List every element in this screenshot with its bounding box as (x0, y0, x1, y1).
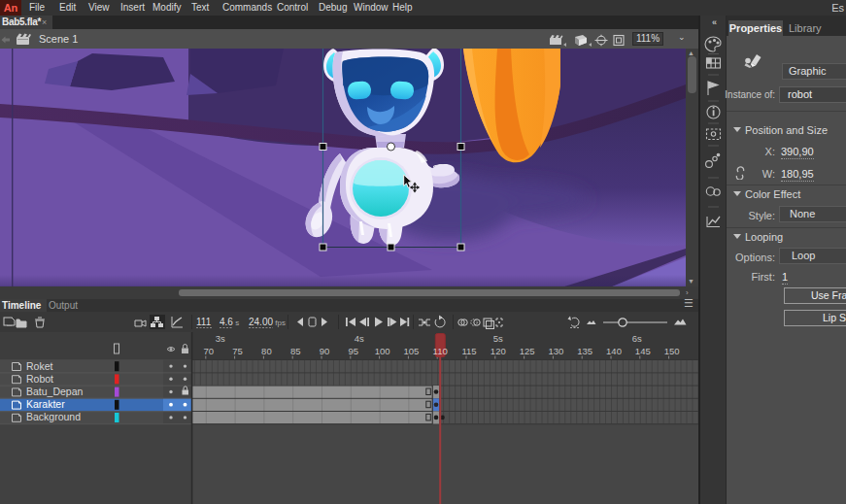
svg-text:150: 150 (664, 346, 680, 356)
svg-text:Background: Background (26, 411, 81, 422)
svg-text:Karakter: Karakter (26, 398, 65, 410)
svg-text:4.6 s: 4.6 s (220, 317, 239, 327)
svg-text:110: 110 (433, 346, 448, 356)
svg-text:6s: 6s (632, 333, 642, 344)
svg-text:140: 140 (606, 346, 622, 356)
svg-text:4s: 4s (355, 333, 364, 344)
svg-text:«: « (712, 17, 717, 27)
svg-text:80: 80 (261, 346, 272, 356)
svg-text:95: 95 (349, 346, 359, 356)
svg-text:145: 145 (635, 346, 651, 356)
svg-text:75: 75 (232, 346, 243, 356)
svg-text:Roket: Roket (26, 360, 53, 372)
svg-text:70: 70 (204, 346, 215, 356)
svg-text:85: 85 (290, 346, 301, 356)
svg-text:100: 100 (375, 346, 390, 356)
svg-text:Batu_Depan: Batu_Depan (26, 386, 84, 397)
svg-text:120: 120 (491, 346, 506, 356)
svg-text:125: 125 (520, 346, 535, 356)
svg-text:Robot: Robot (26, 373, 53, 385)
svg-text:5s: 5s (493, 333, 503, 344)
svg-text:105: 105 (403, 346, 419, 356)
svg-text:130: 130 (548, 346, 563, 356)
svg-text:24.00 fps: 24.00 fps (249, 317, 286, 327)
svg-text:90: 90 (320, 346, 330, 356)
svg-text:111: 111 (196, 317, 212, 327)
svg-text:3s: 3s (216, 333, 225, 344)
svg-text:135: 135 (577, 346, 592, 356)
svg-text:115: 115 (461, 346, 476, 356)
